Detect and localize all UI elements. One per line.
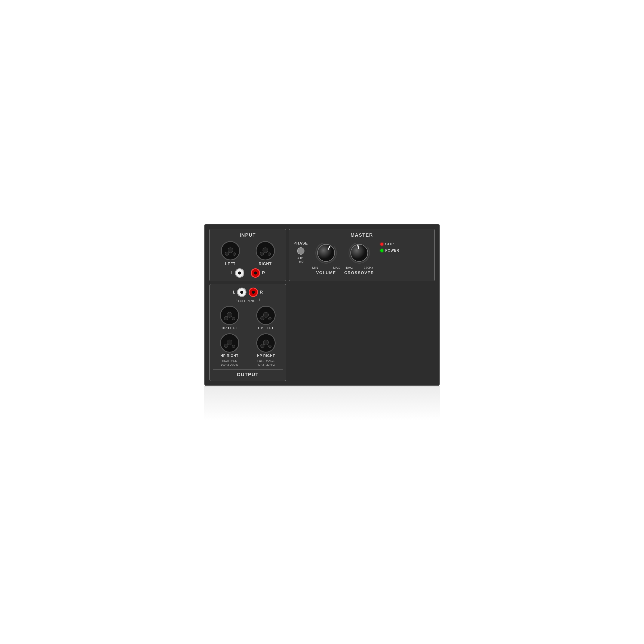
volume-label: VOLUME	[316, 270, 336, 275]
rca-left-group: L	[231, 268, 244, 278]
rca-inner-or	[252, 291, 255, 294]
rca-inner-ol	[240, 291, 243, 294]
output-xlr-hp-left-1-socket[interactable]	[220, 306, 239, 325]
hp-right-2-label: HP RIGHT	[257, 354, 275, 358]
output-hp-right-1: HP RIGHT HIGH PASS100Hz-20KHz	[213, 333, 246, 367]
rca-inner-r	[254, 272, 257, 275]
input-xlr-left: LEFT	[221, 241, 240, 266]
master-controls: PHASE ⬇ 0° 180°	[294, 241, 430, 275]
top-row: INPUT LEFT RIGHT	[209, 229, 435, 281]
input-section: INPUT LEFT RIGHT	[209, 229, 286, 281]
full-pange-label: └ FULL PANGE ┘	[213, 299, 283, 303]
output-rca-left[interactable]	[237, 288, 246, 297]
clip-indicator: CLIP	[380, 242, 399, 246]
phase-button[interactable]	[297, 247, 304, 255]
svg-line-5	[358, 245, 358, 249]
main-container: INPUT LEFT RIGHT	[172, 224, 472, 420]
phase-180: 180°	[299, 260, 304, 263]
output-hp-left-2: HP LEFT	[249, 306, 283, 330]
clip-dot	[380, 243, 383, 246]
input-right-label: RIGHT	[259, 262, 272, 266]
crossover-group: 40Hz 160Hz CROSSOVER	[344, 241, 374, 275]
reflection-area: OUTPUT	[204, 386, 440, 420]
output-rca-right-group: R	[249, 288, 263, 297]
high-pass-info: HIGH PASS100Hz-20KHz	[221, 359, 238, 367]
rca-inner	[238, 272, 241, 275]
reflection-panel: OUTPUT	[204, 386, 440, 386]
bracket-right: ┘	[258, 299, 261, 303]
phase-label: PHASE	[294, 241, 308, 246]
output-section: L R └ FULL	[209, 284, 286, 381]
output-rca-right-label: R	[260, 290, 263, 295]
xlr-dot-hpl1	[232, 317, 235, 320]
hp-left-2-label: HP LEFT	[258, 326, 274, 330]
crossover-high: 160Hz	[364, 266, 373, 269]
output-xlr-hp-right-2-socket[interactable]	[256, 333, 276, 353]
clip-label: CLIP	[385, 242, 394, 246]
input-xlr-right: RIGHT	[256, 241, 275, 266]
bottom-row: L R └ FULL	[209, 284, 435, 381]
xlr-dot	[233, 252, 236, 256]
rca-left-connector[interactable]	[235, 268, 244, 278]
input-xlr-right-socket[interactable]	[256, 241, 275, 260]
phase-icon: ⬇ 0°	[297, 256, 303, 260]
output-rca-right[interactable]	[249, 288, 258, 297]
xlr-dot-r	[268, 252, 271, 256]
crossover-knob-group: 40Hz 160Hz CROSSOVER	[344, 241, 374, 275]
rca-right-label: R	[262, 270, 265, 275]
volume-range: MIN MAX	[312, 266, 340, 269]
rca-left-label: L	[231, 270, 233, 275]
rca-right-group: R	[251, 268, 265, 278]
power-label: POWER	[385, 249, 399, 252]
crossover-knob-svg[interactable]	[347, 241, 371, 265]
output-rca-left-group: L	[233, 288, 246, 297]
input-title: INPUT	[213, 232, 283, 238]
svg-point-4	[351, 244, 368, 261]
reflection-inner: OUTPUT	[204, 386, 440, 386]
output-hp-left-1: HP LEFT	[213, 306, 246, 330]
phase-angles: ⬇ 0° 180°	[297, 256, 304, 263]
device-panel: INPUT LEFT RIGHT	[204, 224, 440, 386]
crossover-label: CROSSOVER	[344, 270, 374, 275]
full-pange-text: FULL PANGE	[238, 299, 258, 303]
output-rca-row: L R	[213, 288, 283, 297]
volume-max: MAX	[333, 266, 340, 269]
xlr-dot-hpr1	[232, 345, 235, 348]
master-title: MASTER	[294, 232, 430, 238]
xlr-row: LEFT RIGHT	[213, 241, 283, 266]
crossover-low: 40Hz	[345, 266, 353, 269]
phase-180-text: 180°	[297, 260, 304, 263]
power-dot	[380, 249, 383, 252]
rca-right-connector[interactable]	[251, 268, 260, 278]
xlr-dot-hpl2	[268, 317, 272, 320]
volume-knob-svg[interactable]	[314, 241, 338, 265]
output-xlr-grid: HP LEFT HP LEFT HP RIGHT	[213, 306, 283, 367]
indicator-panel: CLIP POWER	[380, 242, 399, 252]
xlr-dot-hpr2	[268, 345, 272, 348]
volume-knob-container	[314, 241, 338, 265]
output-hp-right-2: HP RIGHT FULL RANGE40Hz - 20KHz	[249, 333, 283, 367]
input-rca-row: L R	[213, 268, 283, 278]
crossover-knob-container	[347, 241, 371, 265]
hp-right-1-label: HP RIGHT	[221, 354, 239, 358]
output-title: OUTPUT	[213, 369, 283, 377]
output-rca-left-label: L	[233, 290, 235, 295]
phase-0: 0°	[300, 256, 303, 260]
power-indicator: POWER	[380, 249, 399, 252]
full-range-info: FULL RANGE40Hz - 20KHz	[257, 359, 275, 367]
crossover-range: 40Hz 160Hz	[345, 266, 373, 269]
phase-control: PHASE ⬇ 0° 180°	[294, 241, 308, 263]
bracket-left: └	[235, 299, 237, 303]
svg-point-1	[318, 244, 335, 261]
output-xlr-hp-right-1-socket[interactable]	[220, 333, 239, 353]
master-section: MASTER PHASE ⬇ 0° 180°	[289, 229, 435, 281]
hp-left-1-label: HP LEFT	[222, 326, 237, 330]
volume-knob-group: MIN MAX VOLUME	[312, 241, 340, 275]
volume-min: MIN	[312, 266, 318, 269]
output-xlr-hp-left-2-socket[interactable]	[256, 306, 276, 325]
input-left-label: LEFT	[225, 262, 236, 266]
input-xlr-left-socket[interactable]	[221, 241, 240, 260]
full-pange-bracket: └ FULL PANGE ┘	[213, 299, 283, 303]
